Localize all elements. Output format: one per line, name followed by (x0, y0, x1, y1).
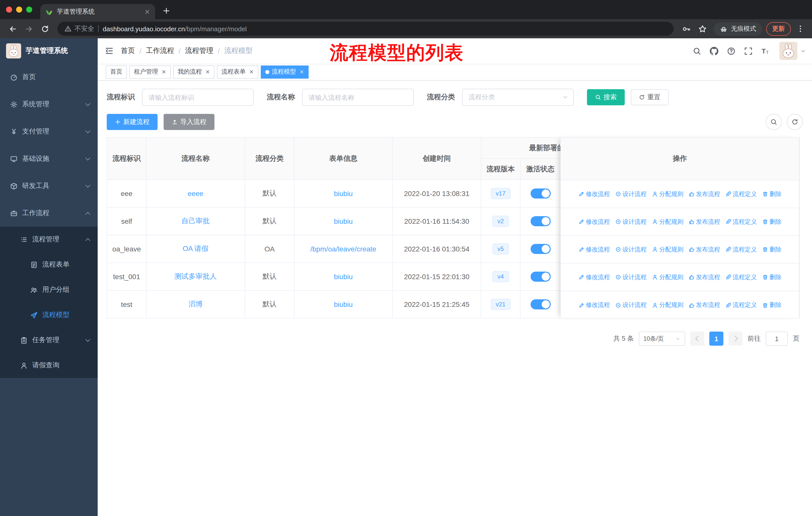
fullscreen-button[interactable] (740, 43, 756, 59)
op-design-process-link[interactable]: 设计流程 (615, 301, 647, 309)
active-toggle[interactable] (530, 188, 550, 198)
page-size-select[interactable]: 10条/页 (639, 332, 685, 346)
active-toggle[interactable] (530, 244, 550, 254)
toggle-search-button[interactable] (766, 114, 782, 130)
sidebar-item-process-form[interactable]: 流程表单 (0, 252, 98, 277)
op-publish-process-link[interactable]: 发布流程 (689, 301, 720, 309)
form-link[interactable]: biubiu (334, 273, 353, 281)
op-publish-process-link[interactable]: 发布流程 (689, 245, 720, 254)
op-assign-rule-link[interactable]: 分配规则 (652, 190, 684, 198)
op-delete-link[interactable]: 删除 (762, 190, 782, 198)
op-publish-process-link[interactable]: 发布流程 (689, 190, 720, 198)
sidebar-item-infrastructure[interactable]: 基础设施 (0, 145, 98, 172)
sidebar-item-user-group[interactable]: 用户分组 (0, 277, 98, 302)
op-publish-process-link[interactable]: 发布流程 (689, 217, 720, 226)
op-modify-process-link[interactable]: 修改流程 (578, 190, 610, 198)
op-process-definition-link[interactable]: 流程定义 (725, 217, 757, 226)
bookmark-star-button[interactable] (695, 21, 710, 36)
tag-process-form[interactable]: 流程表单 (217, 65, 258, 78)
next-page-button[interactable] (728, 332, 743, 346)
sidebar-item-home[interactable]: 首页 (0, 63, 98, 91)
password-key-button[interactable] (678, 21, 694, 36)
op-delete-link[interactable]: 删除 (762, 245, 782, 254)
close-window-button[interactable] (6, 6, 12, 12)
sidebar-toggle-button[interactable] (98, 38, 121, 63)
tag-close-icon[interactable] (299, 70, 304, 74)
form-link[interactable]: biubiu (334, 300, 353, 308)
op-process-definition-link[interactable]: 流程定义 (725, 190, 757, 198)
tag-my-process[interactable]: 我的流程 (173, 65, 214, 78)
reload-button[interactable] (37, 21, 52, 36)
process-name-link[interactable]: OA 请假 (183, 244, 209, 252)
browser-tab[interactable]: 芋道管理系统 (40, 4, 155, 19)
header-search-button[interactable] (689, 43, 705, 59)
address-bar[interactable]: 不安全 dashboard.yudao.iocoder.cn/bpm/manag… (57, 22, 673, 36)
zoom-window-button[interactable] (26, 6, 32, 12)
create-process-button[interactable]: 新建流程 (107, 114, 157, 130)
user-avatar[interactable] (779, 42, 798, 60)
sidebar-item-payment[interactable]: 支付管理 (0, 118, 98, 145)
process-name-link[interactable]: 测试多审批人 (174, 272, 217, 280)
op-assign-rule-link[interactable]: 分配规则 (652, 245, 684, 254)
breadcrumb-item-process-management[interactable]: 流程管理 (185, 46, 213, 55)
category-select[interactable]: 流程分类 (462, 89, 574, 106)
op-process-definition-link[interactable]: 流程定义 (725, 273, 757, 281)
process-name-input[interactable] (302, 89, 414, 106)
prev-page-button[interactable] (690, 332, 704, 346)
op-process-definition-link[interactable]: 流程定义 (725, 301, 757, 309)
process-name-link[interactable]: 自己审批 (181, 217, 210, 225)
app-logo[interactable]: 芋道管理系统 (0, 38, 98, 63)
sidebar-item-workflow[interactable]: 工作流程 (0, 199, 98, 227)
form-link[interactable]: biubiu (334, 217, 353, 225)
op-delete-link[interactable]: 删除 (762, 273, 782, 281)
new-tab-button[interactable] (159, 3, 173, 18)
op-assign-rule-link[interactable]: 分配规则 (652, 217, 684, 226)
op-design-process-link[interactable]: 设计流程 (615, 273, 647, 281)
goto-page-input[interactable] (766, 332, 788, 346)
sidebar-item-task-management[interactable]: 任务管理 (0, 328, 98, 353)
tag-close-icon[interactable] (162, 70, 166, 74)
process-name-link[interactable]: eeee (188, 189, 203, 197)
forward-button[interactable] (21, 21, 36, 36)
op-design-process-link[interactable]: 设计流程 (615, 217, 647, 226)
op-publish-process-link[interactable]: 发布流程 (689, 273, 720, 281)
back-button[interactable] (5, 21, 20, 36)
breadcrumb-item-workflow[interactable]: 工作流程 (146, 46, 174, 55)
help-button[interactable] (723, 43, 739, 59)
op-modify-process-link[interactable]: 修改流程 (578, 301, 610, 309)
search-button[interactable]: 搜索 (587, 89, 625, 105)
process-name-link[interactable]: 滔博 (188, 300, 203, 308)
reset-button[interactable]: 重置 (631, 89, 669, 105)
github-link[interactable] (706, 43, 722, 59)
page-number-1[interactable]: 1 (709, 332, 723, 346)
active-toggle[interactable] (530, 299, 550, 309)
process-key-input[interactable] (142, 89, 254, 106)
form-link[interactable]: /bpm/oa/leave/create (310, 245, 376, 253)
active-toggle[interactable] (530, 272, 550, 282)
tag-close-icon[interactable] (205, 70, 210, 74)
sidebar-item-devtools[interactable]: 研发工具 (0, 172, 98, 199)
op-assign-rule-link[interactable]: 分配规则 (652, 273, 684, 281)
sidebar-item-leave-query[interactable]: 请假查询 (0, 353, 98, 378)
font-size-button[interactable]: TT (757, 43, 773, 59)
op-design-process-link[interactable]: 设计流程 (615, 190, 647, 198)
active-toggle[interactable] (530, 216, 550, 226)
op-modify-process-link[interactable]: 修改流程 (578, 217, 610, 226)
sidebar-item-process-management[interactable]: 流程管理 (0, 227, 98, 252)
op-delete-link[interactable]: 删除 (762, 301, 782, 309)
op-modify-process-link[interactable]: 修改流程 (578, 245, 610, 254)
sidebar-item-system[interactable]: 系统管理 (0, 91, 98, 118)
form-link[interactable]: biubiu (334, 189, 353, 197)
op-delete-link[interactable]: 删除 (762, 217, 782, 226)
op-assign-rule-link[interactable]: 分配规则 (652, 301, 684, 309)
browser-update-button[interactable]: 更新 (766, 22, 791, 35)
tag-process-model[interactable]: 流程模型 (261, 65, 309, 78)
tab-close-icon[interactable] (144, 9, 150, 15)
refresh-table-button[interactable] (787, 114, 803, 130)
tag-close-icon[interactable] (249, 70, 254, 74)
op-process-definition-link[interactable]: 流程定义 (725, 245, 757, 254)
op-design-process-link[interactable]: 设计流程 (615, 245, 647, 254)
security-indicator[interactable]: 不安全 (64, 24, 94, 33)
tag-tenant[interactable]: 租户管理 (129, 65, 171, 78)
import-process-button[interactable]: 导入流程 (164, 114, 214, 130)
